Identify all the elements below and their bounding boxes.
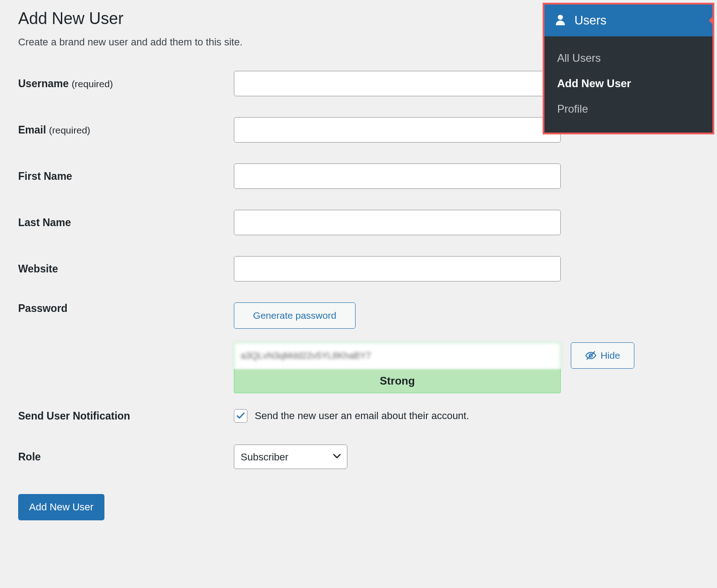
username-label: Username (required) (18, 78, 234, 90)
sidebar-item-all-users[interactable]: All Users (557, 45, 700, 71)
website-label: Website (18, 263, 234, 275)
firstname-input[interactable] (234, 163, 561, 189)
hide-button-label: Hide (600, 350, 620, 361)
check-icon (236, 411, 246, 421)
email-label: Email (required) (18, 124, 234, 136)
lastname-input[interactable] (234, 210, 561, 235)
password-input[interactable] (234, 342, 561, 369)
label-text: Email (18, 124, 46, 136)
svg-point-2 (558, 15, 563, 20)
sidebar-submenu: All Users Add New User Profile (544, 36, 712, 133)
notification-checkbox-label: Send the new user an email about their a… (255, 410, 469, 422)
user-icon (554, 13, 567, 28)
website-input[interactable] (234, 256, 561, 282)
password-strength-meter: Strong (234, 369, 561, 393)
password-label: Password (18, 302, 234, 315)
firstname-label: First Name (18, 170, 234, 183)
pointer-icon (709, 15, 714, 25)
generate-password-button[interactable]: Generate password (234, 302, 356, 329)
eye-slash-icon (585, 351, 597, 361)
label-text: Username (18, 78, 69, 89)
sidebar-item-profile[interactable]: Profile (557, 96, 700, 122)
add-new-user-button[interactable]: Add New User (18, 494, 104, 520)
notification-label: Send User Notification (18, 410, 234, 422)
required-text: (required) (72, 79, 113, 89)
username-input[interactable] (234, 71, 561, 96)
email-input[interactable] (234, 117, 561, 143)
role-label: Role (18, 451, 234, 463)
sidebar-header-label: Users (574, 14, 607, 28)
notification-checkbox[interactable] (234, 409, 247, 423)
sidebar-header-users[interactable]: Users (544, 5, 712, 36)
required-text: (required) (49, 125, 90, 135)
hide-password-button[interactable]: Hide (571, 342, 634, 369)
lastname-label: Last Name (18, 217, 234, 229)
sidebar-users-flyout: Users All Users Add New User Profile (543, 3, 714, 134)
sidebar-item-add-new-user[interactable]: Add New User (557, 71, 700, 96)
role-select[interactable]: Subscriber (234, 445, 347, 469)
